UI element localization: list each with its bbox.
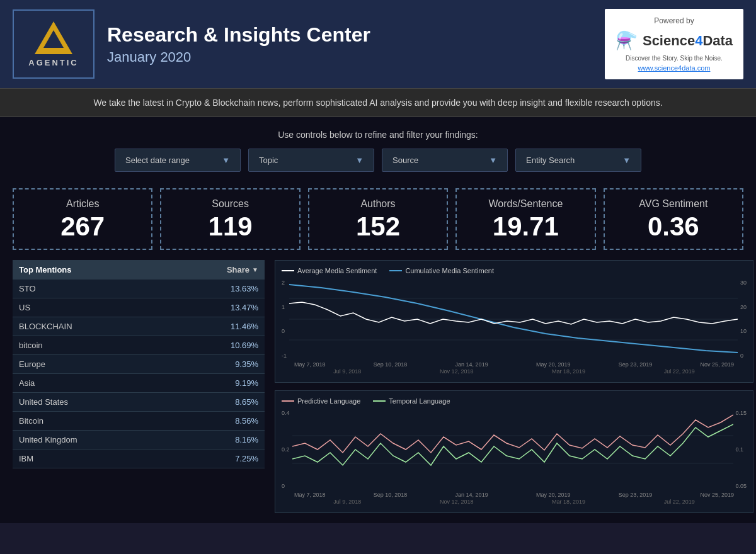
- main-content: Top Mentions Share ▼ STO13.63%US13.47%BL…: [0, 260, 756, 523]
- table-header: Top Mentions Share ▼: [13, 260, 265, 280]
- stat-sources: Sources 119: [160, 188, 300, 250]
- brand-name: Science4Data: [643, 33, 733, 49]
- table-row: IBM7.25%: [13, 449, 265, 468]
- col-share: Share ▼: [227, 265, 258, 274]
- stat-words: Words/Sentence 19.71: [455, 188, 595, 250]
- chart1-legend: Average Media Sentiment Cumulative Media…: [282, 267, 747, 274]
- chart2-legend: Predictive Language Temporal Language: [282, 397, 747, 405]
- stat-articles-value: 267: [24, 213, 141, 240]
- header: AGENTIC Research & Insights Center Janua…: [0, 0, 756, 88]
- stat-authors-label: Authors: [319, 198, 437, 210]
- brand-tagline: Discover the Story. Skip the Noise.: [617, 55, 731, 62]
- mention-name: STO: [13, 280, 173, 298]
- chart2-area: 0.4 0.2 0 0.15 0.1 0.05: [282, 409, 747, 490]
- powered-label: Powered by: [617, 16, 731, 25]
- mention-share: 13.63%: [173, 280, 265, 298]
- chevron-down-icon: ▼: [355, 155, 364, 165]
- mention-share: 9.19%: [173, 374, 265, 393]
- stat-sources-value: 119: [171, 213, 289, 240]
- chevron-down-icon: ▼: [222, 155, 230, 165]
- chart1-area: 2 1 0 -1 30 20 1: [282, 278, 747, 360]
- chart2-y-left: 0.4 0.2 0: [282, 409, 290, 490]
- mention-share: 10.69%: [173, 336, 265, 355]
- stat-sentiment-label: AVG Sentiment: [615, 198, 732, 210]
- legend-predictive: Predictive Language: [282, 397, 360, 405]
- stat-sentiment: AVG Sentiment 0.36: [604, 188, 743, 250]
- mentions-table: STO13.63%US13.47%BLOCKCHAIN11.46%bitcoin…: [13, 280, 265, 468]
- table-row: Asia9.19%: [13, 374, 265, 393]
- table-row: Europe9.35%: [13, 355, 265, 374]
- page-subtitle: January 2020: [107, 49, 605, 65]
- table-row: US13.47%: [13, 298, 265, 317]
- chart2-svg: [292, 409, 733, 490]
- stats-row: Articles 267 Sources 119 Authors 152 Wor…: [0, 178, 756, 260]
- header-title: Research & Insights Center January 2020: [107, 23, 605, 65]
- table-row: Bitcoin8.56%: [13, 412, 265, 431]
- mention-share: 8.65%: [173, 393, 265, 412]
- topic-dropdown[interactable]: Topic ▼: [248, 149, 374, 172]
- stat-sentiment-value: 0.36: [615, 213, 732, 240]
- flask-icon: ⚗️: [616, 30, 638, 51]
- table-row: United Kingdom8.16%: [13, 431, 265, 449]
- mention-name: IBM: [13, 449, 173, 468]
- legend-cumulative-sentiment: Cumulative Media Sentiment: [389, 267, 494, 274]
- chevron-down-icon: ▼: [622, 155, 631, 165]
- table-row: bitcoin10.69%: [13, 336, 265, 355]
- chart1-x-labels: May 7, 2018 Sep 10, 2018 Jan 14, 2019 Ma…: [282, 361, 747, 368]
- mention-name: Europe: [13, 355, 173, 374]
- chevron-down-icon: ▼: [489, 155, 497, 165]
- mention-name: US: [13, 298, 173, 317]
- entity-search-dropdown[interactable]: Entity Search ▼: [515, 149, 641, 172]
- banner: We take the latest in Crypto & Blockchai…: [0, 88, 756, 117]
- mention-name: Asia: [13, 374, 173, 393]
- stat-authors-value: 152: [319, 213, 437, 240]
- mention-name: United Kingdom: [13, 431, 173, 449]
- mention-name: Bitcoin: [13, 412, 173, 431]
- col-mentions: Top Mentions: [19, 265, 72, 274]
- table-section: Top Mentions Share ▼ STO13.63%US13.47%BL…: [13, 260, 265, 513]
- dropdowns-row: Select date range ▼ Topic ▼ Source ▼ Ent…: [13, 149, 743, 172]
- stat-sources-label: Sources: [171, 198, 289, 210]
- mention-share: 8.16%: [173, 431, 265, 449]
- powered-by-box: Powered by ⚗️ Science4Data Discover the …: [605, 9, 743, 79]
- stat-articles-label: Articles: [24, 198, 141, 210]
- mention-share: 13.47%: [173, 298, 265, 317]
- date-range-dropdown[interactable]: Select date range ▼: [115, 149, 241, 172]
- logo-triangle-icon: [35, 21, 72, 54]
- sort-icon[interactable]: ▼: [252, 266, 258, 273]
- chart1-y-left: 2 1 0 -1: [282, 278, 287, 360]
- chart-sentiment: Average Media Sentiment Cumulative Media…: [275, 260, 753, 383]
- controls-label: Use controls below to refine and filter …: [13, 130, 743, 140]
- chart2-x-labels: May 7, 2018 Sep 10, 2018 Jan 14, 2019 Ma…: [282, 492, 747, 498]
- chart1-svg: [289, 278, 738, 360]
- logo: AGENTIC: [13, 9, 94, 79]
- stat-words-value: 19.71: [467, 213, 584, 240]
- chart1-x-sublabels: Jul 9, 2018 Nov 12, 2018 Mar 18, 2019 Ju…: [282, 368, 747, 375]
- mention-share: 9.35%: [173, 355, 265, 374]
- legend-avg-sentiment: Average Media Sentiment: [282, 267, 377, 274]
- chart1-y-right: 30 20 10 0: [740, 278, 747, 360]
- stat-authors: Authors 152: [308, 188, 448, 250]
- mention-name: bitcoin: [13, 336, 173, 355]
- source-dropdown[interactable]: Source ▼: [382, 149, 508, 172]
- chart2-x-sublabels: Jul 9, 2018 Nov 12, 2018 Mar 18, 2019 Ju…: [282, 499, 747, 505]
- brand-link[interactable]: www.science4data.com: [617, 64, 731, 72]
- table-row: BLOCKCHAIN11.46%: [13, 317, 265, 336]
- mention-share: 11.46%: [173, 317, 265, 336]
- chart2-y-right: 0.15 0.1 0.05: [736, 409, 747, 490]
- mention-share: 7.25%: [173, 449, 265, 468]
- mention-name: BLOCKCHAIN: [13, 317, 173, 336]
- stat-words-label: Words/Sentence: [467, 198, 584, 210]
- legend-temporal: Temporal Language: [373, 397, 450, 405]
- charts-section: Average Media Sentiment Cumulative Media…: [275, 260, 753, 513]
- mention-share: 8.56%: [173, 412, 265, 431]
- mention-name: United States: [13, 393, 173, 412]
- table-row: United States8.65%: [13, 393, 265, 412]
- page-title: Research & Insights Center: [107, 23, 605, 47]
- brand-logo: ⚗️ Science4Data: [617, 30, 731, 51]
- logo-text: AGENTIC: [28, 58, 79, 67]
- table-row: STO13.63%: [13, 280, 265, 298]
- chart-language: Predictive Language Temporal Language 0.…: [275, 390, 753, 513]
- stat-articles: Articles 267: [13, 188, 152, 250]
- controls-section: Use controls below to refine and filter …: [0, 117, 756, 178]
